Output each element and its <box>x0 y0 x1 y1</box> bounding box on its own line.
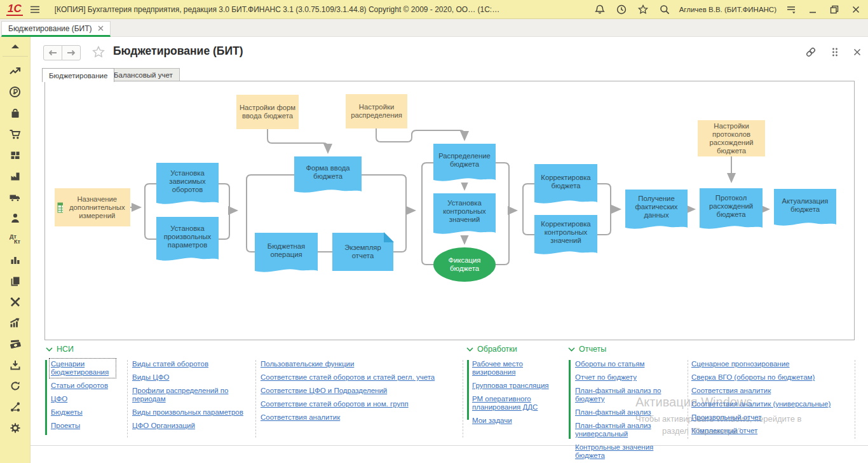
flowchart-node[interactable]: Установка контрольных значений <box>433 193 496 235</box>
sidebar-item-treasury[interactable] <box>4 333 27 354</box>
restore-icon <box>829 4 839 15</box>
flowchart-node[interactable]: Настройки распределения <box>346 94 407 128</box>
sidebar-item-sales[interactable] <box>4 102 27 123</box>
tab-budgeting[interactable]: Бюджетирование <box>42 68 114 82</box>
sidebar-item-import[interactable] <box>4 354 27 375</box>
sidebar-collapse-button[interactable] <box>0 37 30 56</box>
star-icon <box>637 4 649 15</box>
flowchart-node[interactable]: Установка произвольных параметров <box>156 217 219 261</box>
flowchart-node[interactable]: Экземпляр отчета <box>332 233 393 271</box>
link-cfo-kinds[interactable]: Виды ЦФО <box>132 373 169 382</box>
section-title: НСИ <box>57 345 74 354</box>
service-menu-icon <box>785 4 797 15</box>
link-plan-fact-universal[interactable]: План-фактный анализ универсальный <box>575 422 683 438</box>
tab-balance-accounting[interactable]: Балансовый учет <box>107 68 180 81</box>
flowchart-node[interactable]: Распределение бюджета <box>433 144 496 182</box>
notifications-button[interactable] <box>593 3 607 17</box>
sidebar-item-scheduled[interactable] <box>4 375 27 396</box>
link-turnover-vs-regl-articles[interactable]: Соответствие статей оборотов и статей ре… <box>261 373 435 382</box>
link-my-tasks[interactable]: Мои задачи <box>472 417 512 425</box>
link-group-translation[interactable]: Групповая трансляция <box>472 382 549 390</box>
section-header-processing[interactable]: Обработки <box>466 345 517 354</box>
flowchart-node[interactable]: Форма ввода бюджета <box>294 156 362 193</box>
link-user-functions[interactable]: Пользовательские функции <box>261 360 354 368</box>
sidebar-item-directories[interactable] <box>4 270 27 291</box>
flowchart-node[interactable]: Корректировка контрольных значений <box>534 215 597 255</box>
link-vgo-check[interactable]: Сверка ВГО (обороты по бюджетам) <box>691 373 815 382</box>
link-plan-fact-by-budget[interactable]: План-фактный анализ по бюджету <box>575 387 683 403</box>
link-turnover-vs-nom-groups[interactable]: Соответствие статей оборотов и ном. груп… <box>261 400 409 408</box>
search-button[interactable] <box>658 3 672 17</box>
link-scenario-forecasting[interactable]: Сценарное прогнозирование <box>691 360 790 368</box>
flowchart-node[interactable]: Бюджетная операция <box>255 233 318 273</box>
link-cfo-vs-departments[interactable]: Соответствие ЦФО и Подразделений <box>261 387 387 395</box>
more-menu-button[interactable] <box>831 47 839 60</box>
column-separator <box>855 360 855 439</box>
sidebar-item-operations[interactable]: ДтКт <box>4 228 27 249</box>
link-period-distribution-profiles[interactable]: Профили распределений по периодам <box>132 387 250 403</box>
link-projects[interactable]: Проекты <box>51 422 80 430</box>
close-page-button[interactable] <box>853 48 862 59</box>
sidebar-item-bank[interactable] <box>4 81 27 102</box>
flowchart-node[interactable]: Протокол расхождений бюджета <box>700 188 763 230</box>
link-budgets[interactable]: Бюджеты <box>51 408 83 417</box>
sidebar-item-purchases[interactable] <box>4 123 27 144</box>
section-accent-bar <box>45 360 47 435</box>
sidebar-item-staff[interactable] <box>4 207 27 228</box>
section-header-nsi[interactable]: НСИ <box>46 345 74 354</box>
sidebar-item-reports[interactable] <box>4 249 27 270</box>
link-plan-fact[interactable]: План-фактный анализ <box>575 408 651 417</box>
tab-close-icon[interactable] <box>98 25 104 31</box>
mdi-tab-budgeting[interactable]: Бюджетирование (БИТ) <box>1 21 111 37</box>
sidebar-item-administration[interactable] <box>4 291 27 312</box>
link-turnover-items[interactable]: Статьи оборотов <box>51 382 108 390</box>
link-turnover-item-kinds[interactable]: Виды статей оборотов <box>132 360 208 368</box>
current-user[interactable]: Агличев В.В. (БИТ.ФИНАНС) <box>679 6 776 13</box>
link-analytics-correspondences[interactable]: Соответствия аналитик <box>261 413 340 422</box>
link-complex-report[interactable]: Комплексный отчет <box>691 427 757 435</box>
minimize-button[interactable] <box>806 3 820 17</box>
flowchart-node[interactable]: Актуализация бюджета <box>774 189 836 226</box>
link-budget-control-values[interactable]: Контрольные значения бюджета <box>575 443 683 460</box>
nav-forward-button[interactable] <box>62 45 81 60</box>
sidebar-item-assets[interactable] <box>4 186 27 207</box>
nav-back-button[interactable] <box>43 45 62 60</box>
sidebar-item-consolidation[interactable] <box>4 396 27 417</box>
favorites-button[interactable] <box>636 3 650 17</box>
table-icon <box>57 202 63 213</box>
link-turnovers-by-items[interactable]: Обороты по статьям <box>575 360 644 368</box>
flowchart-node[interactable]: Настройки форм ввода бюджета <box>236 95 299 129</box>
close-window-button[interactable] <box>849 3 863 17</box>
history-button[interactable] <box>614 3 628 17</box>
flowchart-node[interactable]: Получение фактических данных <box>625 190 688 230</box>
sidebar-item-trend[interactable] <box>4 60 27 81</box>
section-header-reports[interactable]: Отчеты <box>568 345 606 354</box>
sidebar-item-settings[interactable] <box>4 417 27 438</box>
link-budget-report[interactable]: Отчет по бюджету <box>575 373 637 382</box>
sidebar-item-warehouse[interactable] <box>4 144 27 165</box>
main-menu-button[interactable] <box>28 3 42 17</box>
link-custom-report[interactable]: Произвольный отчет <box>691 413 762 422</box>
link-analytics-matches-universal[interactable]: Соответствия аналитик (универсальные) <box>691 400 831 408</box>
link-rm-dds-planning[interactable]: РМ оперативного планирования ДДС <box>472 395 567 411</box>
flowchart-node[interactable]: Назначение дополнительных измерений <box>55 188 130 226</box>
link-arbitrary-parameter-kinds[interactable]: Виды произвольных параметров <box>132 408 243 417</box>
get-link-button[interactable] <box>804 46 817 60</box>
flowchart-node[interactable]: Фиксация бюджета <box>433 247 496 282</box>
flowchart-node[interactable]: Настройки протоколов расхождений бюджета <box>698 120 765 156</box>
link-visa-workplace[interactable]: Рабочее место визирования <box>472 360 567 377</box>
sidebar-item-budgeting[interactable] <box>4 312 27 333</box>
link-cfo[interactable]: ЦФО <box>51 395 67 403</box>
restore-button[interactable] <box>827 3 841 17</box>
sidebar-item-production[interactable] <box>4 165 27 186</box>
sync-icon <box>10 380 21 392</box>
link-cfo-organizations[interactable]: ЦФО Организаций <box>132 422 195 430</box>
service-menu-button[interactable] <box>784 3 798 17</box>
flowchart-node[interactable]: Корректировка бюджета <box>534 164 597 204</box>
flowchart-node[interactable]: Установка зависимых оборотов <box>156 163 219 205</box>
wave-edge <box>433 229 496 235</box>
link-scenarios[interactable]: Сценарии бюджетирования <box>51 360 114 377</box>
money-icon <box>9 338 22 349</box>
page-favorite-button[interactable] <box>92 45 105 62</box>
link-analytics-matches[interactable]: Соответствия аналитик <box>691 387 771 395</box>
